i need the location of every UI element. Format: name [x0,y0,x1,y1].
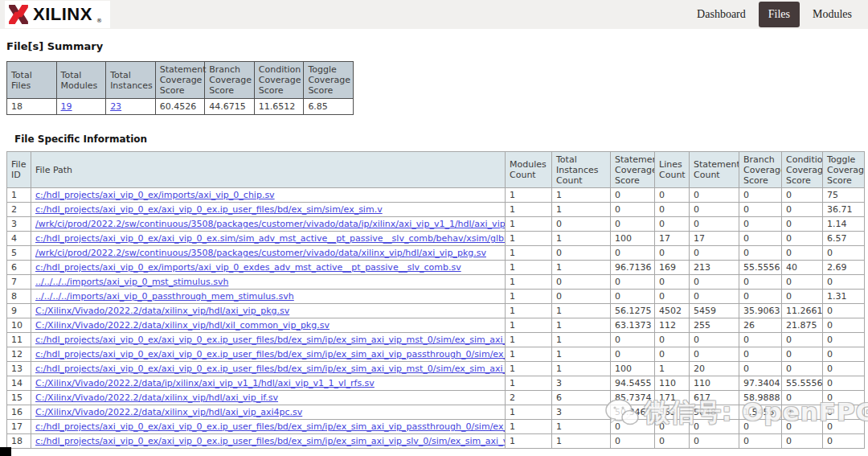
file-path-cell: c:/hdl_projects/axi_vip_0_ex/imports/axi… [31,188,506,203]
file-id-cell: 17 [7,420,31,434]
value-cell: 0 [823,304,865,318]
value-cell: 1 [506,347,552,362]
value-cell: 100 [611,232,655,246]
value-cell: 0 [782,420,823,434]
total-modules-link-cell: 19 [56,99,106,115]
value-cell: 0 [823,420,865,434]
table-row: 13c:/hdl_projects/axi_vip_0_ex/axi_vip_0… [7,362,865,376]
value-cell: 40 [782,261,823,275]
value-cell: 255 [690,318,739,333]
file-id-cell: 15 [7,391,31,405]
coverage-report-page: XILINX ® DashboardFilesModules File[s] S… [0,0,868,456]
file-path-link[interactable]: c:/hdl_projects/axi_vip_0_ex/axi_vip_0_e… [35,233,506,244]
value-cell: 0 [823,391,865,405]
file-table-column-header: Condition Coverage Score [782,152,823,188]
value-cell: 1 [506,261,552,275]
value-cell: 0 [655,434,690,449]
file-path-link[interactable]: C:/Xilinx/Vivado/2022.2/data/xilinx_vip/… [35,320,330,331]
value-cell: 1 [506,376,552,391]
nav-files[interactable]: Files [759,2,800,27]
file-path-link[interactable]: C:/Xilinx/Vivado/2022.2/data/xilinx_vip/… [35,392,278,403]
value-cell: 1 [552,203,611,217]
value-cell: 5459 [690,304,739,318]
value-cell: 1 [552,347,611,362]
value-cell: 1.14 [823,217,865,232]
file-path-link[interactable]: ../../../../imports/axi_vip_0_mst_stimul… [35,277,228,287]
file-table-column-header: Branch Coverage Score [739,152,782,188]
value-cell: 1 [506,217,552,232]
file-path-cell: c:/hdl_projects/axi_vip_0_ex/axi_vip_0_e… [31,347,506,362]
file-path-link[interactable]: c:/hdl_projects/axi_vip_0_ex/axi_vip_0_e… [35,335,506,345]
total-instances-link[interactable]: 23 [110,101,121,112]
value-cell: 1.5455 [739,405,782,420]
value-cell: 3 [552,376,611,391]
value-cell: 0 [782,434,823,449]
value-cell: 17 [655,232,690,246]
value-cell: 58.9888 [739,391,782,405]
file-path-cell: /wrk/ci/prod/2022.2/sw/continuous/3508/p… [31,246,506,261]
value-cell: 0 [655,347,690,362]
file-id-cell: 18 [7,434,31,449]
value-cell: 0 [739,217,782,232]
file-path-cell: C:/Xilinx/Vivado/2022.2/data/xilinx_vip/… [31,391,506,405]
summary-title: File[s] Summary [6,40,103,52]
file-path-link[interactable]: /wrk/ci/prod/2022.2/sw/continuous/3508/p… [35,248,486,258]
file-path-link[interactable]: c:/hdl_projects/axi_vip_0_ex/axi_vip_0_e… [35,204,383,215]
value-cell: 1 [506,275,552,290]
value-cell: 56.1275 [611,304,655,318]
file-path-link[interactable]: c:/hdl_projects/axi_vip_0_ex/axi_vip_0_e… [35,421,506,432]
file-path-cell: c:/hdl_projects/axi_vip_0_ex/axi_vip_0_e… [31,232,506,246]
value-cell: 1 [552,420,611,434]
registered-mark: ® [96,18,102,24]
value-cell: 0 [739,333,782,347]
value-cell: 0 [611,188,655,203]
file-path-link[interactable]: c:/hdl_projects/axi_vip_0_ex/axi_vip_0_e… [35,436,506,446]
file-path-cell: C:/Xilinx/Vivado/2022.2/data/xilinx_vip/… [31,405,506,420]
table-row: 2c:/hdl_projects/axi_vip_0_ex/axi_vip_0_… [7,203,865,217]
value-cell: 0 [823,434,865,449]
value-cell: 0 [739,420,782,434]
file-path-link[interactable]: C:/Xilinx/Vivado/2022.2/data/xilinx_vip/… [35,306,289,316]
value-cell: 2 [506,391,552,405]
file-table-body: 1c:/hdl_projects/axi_vip_0_ex/imports/ax… [7,188,865,449]
top-nav: DashboardFilesModules [692,2,857,27]
value-cell: 26 [739,318,782,333]
total-modules-link[interactable]: 19 [61,101,72,112]
value-cell: 0 [823,347,865,362]
table-row: 5/wrk/ci/prod/2022.2/sw/continuous/3508/… [7,246,865,261]
statement-coverage-value-cell: 60.4526 [155,99,205,115]
file-path-link[interactable]: C:/Xilinx/Vivado/2022.2/data/ip/xilinx/a… [35,378,375,388]
value-cell: 50.3467 [611,405,655,420]
file-path-cell: c:/hdl_projects/axi_vip_0_ex/imports/axi… [31,261,506,275]
value-cell: 0 [690,246,739,261]
value-cell: 6.57 [823,232,865,246]
value-cell: 21.875 [782,318,823,333]
file-table-header-row: File IDFile PathModules CountTotal Insta… [7,152,865,188]
top-bar: XILINX ® DashboardFilesModules [0,0,868,29]
value-cell: 6 [552,391,611,405]
value-cell: 0 [782,275,823,290]
file-path-link[interactable]: c:/hdl_projects/axi_vip_0_ex/imports/axi… [35,262,461,273]
file-id-cell: 8 [7,290,31,304]
file-path-link[interactable]: /wrk/ci/prod/2022.2/sw/continuous/3508/p… [35,219,506,229]
value-cell: 55.5556 [739,261,782,275]
total-instances-link-cell: 23 [106,99,156,115]
file-id-cell: 9 [7,304,31,318]
nav-dashboard[interactable]: Dashboard [692,2,751,27]
file-path-link[interactable]: c:/hdl_projects/axi_vip_0_ex/axi_vip_0_e… [35,349,506,359]
value-cell: 0 [611,275,655,290]
value-cell: 1 [655,362,690,376]
file-path-link[interactable]: ../../../../imports/axi_vip_0_passthroug… [35,291,294,302]
file-path-link[interactable]: C:/Xilinx/Vivado/2022.2/data/xilinx_vip/… [35,407,302,417]
value-cell: 0 [690,434,739,449]
file-path-link[interactable]: c:/hdl_projects/axi_vip_0_ex/axi_vip_0_e… [35,364,506,374]
nav-modules[interactable]: Modules [808,2,857,27]
summary-column-header: Statement Coverage Score [155,62,205,99]
file-path-link[interactable]: c:/hdl_projects/axi_vip_0_ex/imports/axi… [35,190,275,200]
file-path-cell: c:/hdl_projects/axi_vip_0_ex/axi_vip_0_e… [31,203,506,217]
table-row: 14C:/Xilinx/Vivado/2022.2/data/ip/xilinx… [7,376,865,391]
value-cell: 0 [782,203,823,217]
value-cell: 0 [782,391,823,405]
value-cell: 0 [782,290,823,304]
table-row: 16C:/Xilinx/Vivado/2022.2/data/xilinx_vi… [7,405,865,420]
